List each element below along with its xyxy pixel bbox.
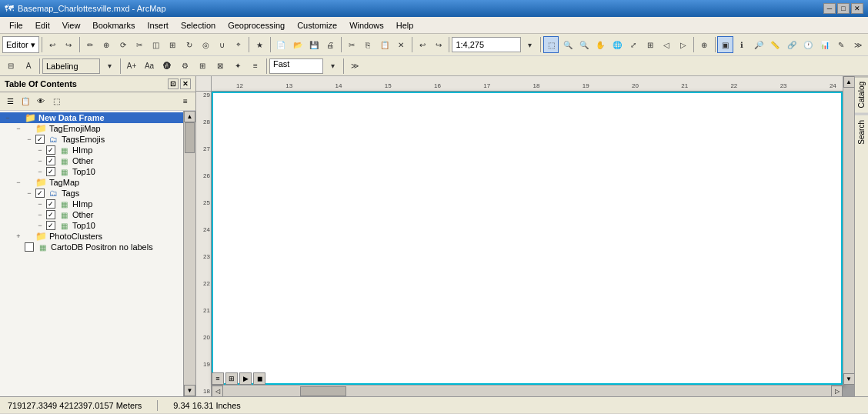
edit-tool[interactable]: ✏ — [82, 36, 98, 53]
zoom-back[interactable]: ◁ — [659, 36, 674, 53]
expand-icon-tags-emojis[interactable]: − — [25, 135, 34, 144]
edit-vertices[interactable]: ⊕ — [98, 36, 114, 53]
split-tool[interactable]: ✂ — [132, 36, 147, 53]
more-btn[interactable]: ≫ — [850, 36, 865, 53]
menu-view[interactable]: View — [56, 19, 87, 32]
paste-btn[interactable]: 📋 — [377, 36, 392, 53]
globe-tool[interactable]: 🌐 — [609, 36, 625, 53]
vscroll-up[interactable]: ▲ — [843, 76, 855, 88]
expand-icon-new-data-frame[interactable]: − — [3, 113, 12, 122]
layer-item-tags-emojis[interactable]: −🗂TagsEmojis — [0, 134, 183, 145]
checkbox-other-1[interactable] — [46, 156, 55, 165]
expand-icon-top10-1[interactable]: − — [35, 167, 45, 176]
identify-btn[interactable]: ℹ — [734, 36, 749, 53]
menu-help[interactable]: Help — [390, 19, 420, 32]
map-paper[interactable] — [212, 92, 843, 385]
menu-bookmarks[interactable]: Bookmarks — [86, 19, 141, 32]
fast-dd-arrow[interactable]: ▾ — [324, 58, 341, 75]
toc-scroll-down[interactable]: ▼ — [184, 385, 195, 396]
hyperlink-btn[interactable]: 🔗 — [783, 36, 799, 53]
cut-polygons[interactable]: ◫ — [149, 36, 164, 53]
zoom-out-tool[interactable]: 🔍 — [576, 36, 592, 53]
find-btn[interactable]: 🔎 — [750, 36, 766, 53]
expand-icon-photo-clusters[interactable]: + — [14, 232, 23, 241]
toc-visibility-view[interactable]: 👁 — [34, 95, 48, 109]
new-btn[interactable]: 📄 — [273, 36, 289, 53]
expand-icon-tag-emoji-map[interactable]: − — [14, 124, 23, 133]
zoom-in-tool[interactable]: 🔍 — [559, 36, 575, 53]
layer-item-top10-1[interactable]: −▦Top10 — [0, 166, 183, 177]
label-tool2[interactable]: Aa — [141, 58, 158, 75]
label-tool5[interactable]: ⊞ — [194, 58, 211, 75]
layer-item-hlmp-1[interactable]: −▦HImp — [0, 145, 183, 155]
redo2-btn[interactable]: ↪ — [431, 36, 446, 53]
layer-item-tag-map[interactable]: −📁TagMap — [0, 177, 183, 188]
open-btn[interactable]: 📂 — [289, 36, 305, 53]
zoom-fwd[interactable]: ▷ — [676, 36, 691, 53]
save-btn[interactable]: 💾 — [306, 36, 322, 53]
undo-button[interactable]: ↩ — [45, 36, 60, 53]
search-tab[interactable]: Search — [855, 115, 868, 149]
map-nav-btn[interactable]: ⊞ — [225, 372, 238, 385]
expand-icon-tags[interactable]: − — [25, 189, 34, 198]
label-tool3[interactable]: 🅐 — [159, 58, 175, 75]
scale-dropdown[interactable]: ▾ — [522, 36, 537, 53]
label-btn2[interactable]: A — [20, 58, 37, 75]
label-tool8[interactable]: ≡ — [247, 58, 264, 75]
measure-btn[interactable]: 📏 — [767, 36, 783, 53]
checkbox-top10-2[interactable] — [46, 221, 55, 230]
map-layers-btn[interactable]: ≡ — [212, 372, 224, 385]
label-tool9[interactable]: ≫ — [346, 58, 363, 75]
draw-btn[interactable]: ✎ — [833, 36, 849, 53]
toc-controls[interactable]: ⊡ ✕ — [168, 78, 191, 89]
copy-btn[interactable]: ⎘ — [360, 36, 376, 53]
map-area[interactable]: 12131415161718192021222324 2928272625242… — [196, 76, 854, 396]
toc-close[interactable]: ✕ — [180, 78, 191, 89]
time-btn[interactable]: 🕐 — [800, 36, 816, 53]
expand-icon-other-1[interactable]: − — [35, 156, 45, 165]
snapping-btn[interactable]: ⌖ — [231, 36, 246, 53]
layer-item-tags[interactable]: −🗂Tags — [0, 188, 183, 199]
toc-options[interactable]: ≡ — [179, 95, 192, 109]
undo2-btn[interactable]: ↩ — [415, 36, 430, 53]
buffer-tool[interactable]: ◎ — [198, 36, 213, 53]
toc-scroll-thumb[interactable] — [185, 122, 195, 153]
editor-dropdown[interactable]: Editor ▾ — [2, 36, 39, 53]
close-button[interactable]: ✕ — [851, 3, 863, 14]
label-tool7[interactable]: ✦ — [229, 58, 246, 75]
pan-tool[interactable]: ✋ — [593, 36, 608, 53]
menu-windows[interactable]: Windows — [343, 19, 390, 32]
vscroll-down[interactable]: ▼ — [843, 373, 855, 385]
expand-icon-other-2[interactable]: − — [35, 210, 45, 219]
menu-geoprocessing[interactable]: Geoprocessing — [222, 19, 291, 32]
print-btn[interactable]: 🖨 — [322, 36, 338, 53]
layer-item-photo-clusters[interactable]: +📁PhotoClusters — [0, 231, 183, 242]
label-btn1[interactable]: ⊟ — [2, 58, 19, 75]
checkbox-hlmp-2[interactable] — [46, 199, 55, 209]
hscroll-left[interactable]: ◁ — [212, 386, 223, 397]
menu-edit[interactable]: Edit — [29, 19, 56, 32]
zoom-layer[interactable]: ⊞ — [643, 36, 658, 53]
catalog-tab[interactable]: Catalog — [855, 76, 868, 112]
checkbox-tags[interactable] — [35, 189, 45, 198]
cut-btn[interactable]: ✂ — [344, 36, 359, 53]
create-feature[interactable]: ★ — [252, 36, 267, 53]
toc-unpin[interactable]: ⊡ — [168, 78, 179, 89]
labeling-dropdown[interactable]: Labeling — [42, 58, 100, 74]
hscroll-thumb[interactable] — [300, 386, 346, 396]
layer-item-top10-2[interactable]: −▦Top10 — [0, 220, 183, 231]
layer-item-other-1[interactable]: −▦Other — [0, 155, 183, 166]
reshape-tool[interactable]: ⟳ — [115, 36, 131, 53]
expand-icon-hlmp-2[interactable]: − — [35, 199, 45, 209]
chart-btn[interactable]: 📊 — [816, 36, 832, 53]
zoom-extent[interactable]: ⤢ — [626, 36, 641, 53]
toc-scroll-up[interactable]: ▲ — [184, 111, 195, 122]
label-tool4[interactable]: ⚙ — [176, 58, 193, 75]
menu-selection[interactable]: Selection — [175, 19, 222, 32]
menu-file[interactable]: File — [3, 19, 29, 32]
layer-item-other-2[interactable]: −▦Other — [0, 209, 183, 220]
navigate-btn[interactable]: ⊕ — [696, 36, 712, 53]
toc-source-view[interactable]: 📋 — [18, 95, 32, 109]
window-controls[interactable]: ─ □ ✕ — [823, 3, 863, 14]
layer-item-cartodb[interactable]: ▦CartoDB Positron no labels — [0, 242, 183, 252]
